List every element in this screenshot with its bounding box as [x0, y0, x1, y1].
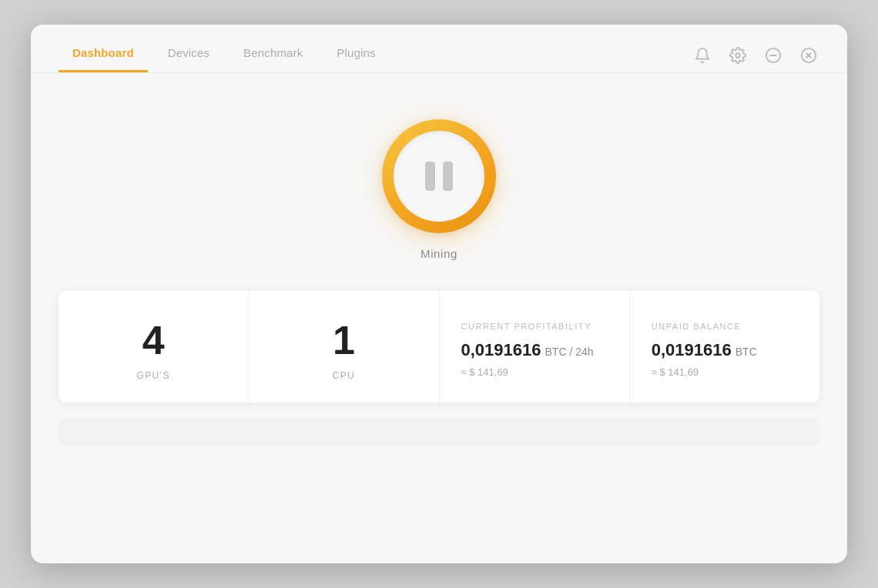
stats-row: 4 GPU'S 1 CPU CURRENT PROFITABILITY 0,01… [59, 291, 819, 403]
nav-tabs: Dashboard Devices Benchmark Plugins [59, 38, 390, 72]
app-window: Dashboard Devices Benchmark Plugins [31, 25, 847, 563]
profitability-btc-unit: BTC / 24h [545, 346, 594, 358]
profitability-approx: ≈ $ 141,69 [461, 366, 508, 378]
profitability-section-label: CURRENT PROFITABILITY [461, 322, 591, 331]
gpus-value: 4 [142, 319, 165, 362]
balance-btc-unit: BTC [736, 346, 757, 358]
stat-card-balance: UNPAID BALANCE 0,0191616BTC ≈ $ 141,69 [630, 291, 819, 403]
tab-dashboard[interactable]: Dashboard [59, 38, 148, 72]
balance-btc-value: 0,0191616BTC [652, 340, 757, 360]
bell-icon[interactable] [692, 45, 713, 66]
header-actions [692, 45, 819, 66]
bottom-content-peek [59, 418, 819, 446]
mining-status-label: Mining [421, 247, 457, 260]
settings-icon[interactable] [727, 45, 749, 66]
profitability-btc-value: 0,0191616BTC / 24h [461, 340, 594, 360]
tab-plugins[interactable]: Plugins [323, 38, 389, 72]
minimize-icon[interactable] [762, 45, 784, 66]
balance-approx: ≈ $ 141,69 [652, 366, 699, 378]
tab-benchmark[interactable]: Benchmark [230, 38, 317, 72]
stat-card-cpu: 1 CPU [249, 291, 439, 403]
pause-bar-left [425, 162, 435, 191]
cpu-value: 1 [333, 319, 355, 362]
pause-icon [425, 162, 453, 191]
stat-card-gpus: 4 GPU'S [59, 291, 249, 403]
pause-bar-right [443, 162, 453, 191]
tab-devices[interactable]: Devices [154, 38, 223, 72]
mining-section: Mining [382, 119, 496, 260]
gpus-label: GPU'S [136, 370, 170, 381]
svg-point-0 [736, 53, 740, 58]
close-icon[interactable] [798, 45, 819, 66]
balance-section-label: UNPAID BALANCE [652, 322, 742, 331]
main-content: Mining 4 GPU'S 1 CPU CURRENT PROFITABILI… [31, 73, 847, 563]
mining-button-inner [394, 131, 484, 222]
header: Dashboard Devices Benchmark Plugins [31, 25, 847, 72]
mining-toggle-button[interactable] [382, 119, 496, 233]
stat-card-profitability: CURRENT PROFITABILITY 0,0191616BTC / 24h… [440, 291, 630, 403]
cpu-label: CPU [333, 370, 356, 381]
